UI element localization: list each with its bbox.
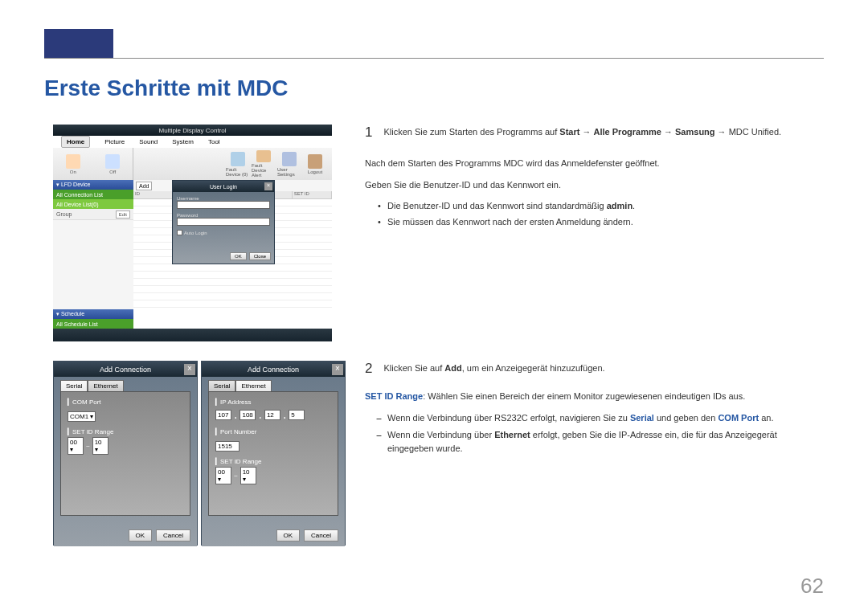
add-connection-ethernet-dialog: Add Connection× Serial Ethernet ▎IP Addr… xyxy=(201,361,346,546)
menu-system[interactable]: System xyxy=(172,138,194,145)
ip-octet-1[interactable]: 107 xyxy=(215,410,231,420)
add-connection-serial-dialog: Add Connection× Serial Ethernet ▎COM Por… xyxy=(53,361,198,546)
dlg1-serial-tab[interactable]: Serial xyxy=(60,380,88,391)
dlg1-ethernet-tab[interactable]: Ethernet xyxy=(88,380,123,391)
mdc-main-screenshot: Multiple Display Control Home Picture So… xyxy=(53,125,332,341)
ip-octet-3[interactable]: 12 xyxy=(264,410,280,420)
menu-picture[interactable]: Picture xyxy=(104,138,125,145)
mdc-toolbar: On Off Fault Device (0) Fault Device Ale… xyxy=(53,148,332,180)
mdc-sidebar: ▾ LFD Device All Connection List All Dev… xyxy=(53,180,133,329)
sidebar-all-devices[interactable]: All Device List(0) xyxy=(53,199,133,209)
step-1-text: 1 Klicken Sie zum Starten des Programms … xyxy=(365,125,823,231)
dlg1-range-from[interactable]: 00 ▾ xyxy=(68,437,84,455)
header-accent xyxy=(44,29,113,58)
user-settings-button[interactable]: User Settings xyxy=(277,150,301,178)
step-2-text: 2 Klicken Sie auf Add, um ein Anzeigeger… xyxy=(365,362,823,459)
sidebar-all-connections[interactable]: All Connection List xyxy=(53,190,133,199)
com-port-select[interactable]: COM1 ▾ xyxy=(68,411,96,422)
password-input[interactable] xyxy=(177,218,270,226)
power-off-button[interactable]: Off xyxy=(100,150,125,178)
username-input[interactable] xyxy=(177,201,270,209)
group-edit-button[interactable]: Edit xyxy=(116,210,130,219)
dlg2-range-to[interactable]: 10 ▾ xyxy=(240,467,256,484)
menu-tool[interactable]: Tool xyxy=(208,138,220,145)
dlg2-range-from[interactable]: 00 ▾ xyxy=(215,467,231,484)
mdc-main-area: Add IDTypeConnection TypePortSET ID User… xyxy=(133,180,332,329)
sidebar-lfd-header[interactable]: ▾ LFD Device xyxy=(53,180,133,190)
step-1-number: 1 xyxy=(365,125,372,139)
auto-login-label: Auto Login xyxy=(184,231,207,235)
menu-sound[interactable]: Sound xyxy=(139,138,158,145)
login-dialog: User Login× Username Password Auto Login… xyxy=(172,180,275,264)
logout-button[interactable]: Logout xyxy=(303,150,327,178)
ip-octet-2[interactable]: 108 xyxy=(240,410,256,420)
auto-login-checkbox[interactable] xyxy=(177,230,182,235)
fault-device-button[interactable]: Fault Device (0) xyxy=(226,150,250,178)
port-number-input[interactable]: 1515 xyxy=(215,441,240,452)
dlg1-close-icon[interactable]: × xyxy=(184,364,195,375)
add-tab-button[interactable]: Add xyxy=(136,182,152,190)
header-rule xyxy=(44,58,824,59)
step-2-number: 2 xyxy=(365,362,372,375)
sidebar-group-row[interactable]: GroupEdit xyxy=(53,209,133,220)
sidebar-schedule-header[interactable]: ▾ Schedule xyxy=(53,309,133,319)
login-close-button[interactable]: Close xyxy=(249,252,271,260)
dlg1-cancel-button[interactable]: Cancel xyxy=(156,529,190,541)
power-on-button[interactable]: On xyxy=(61,150,85,178)
login-close-icon[interactable]: × xyxy=(264,182,272,190)
dlg1-ok-button[interactable]: OK xyxy=(129,529,153,541)
dlg2-close-icon[interactable]: × xyxy=(332,364,343,375)
sidebar-all-schedules[interactable]: All Schedule List xyxy=(53,319,133,329)
ip-octet-4[interactable]: 5 xyxy=(289,410,305,420)
page-title: Erste Schritte mit MDC xyxy=(44,76,288,101)
mdc-titlebar: Multiple Display Control xyxy=(53,125,332,136)
dlg1-range-to[interactable]: 10 ▾ xyxy=(92,437,108,455)
menu-home[interactable]: Home xyxy=(61,136,90,148)
mdc-footer xyxy=(53,329,332,341)
login-ok-button[interactable]: OK xyxy=(230,252,247,260)
dlg2-serial-tab[interactable]: Serial xyxy=(208,380,235,391)
fault-alert-button[interactable]: Fault Device Alert xyxy=(252,150,276,178)
dlg2-ok-button[interactable]: OK xyxy=(276,529,301,541)
mdc-menu: Home Picture Sound System Tool xyxy=(53,136,332,148)
dlg2-ethernet-tab[interactable]: Ethernet xyxy=(235,380,271,391)
page-number: 62 xyxy=(800,574,824,599)
dlg2-cancel-button[interactable]: Cancel xyxy=(304,529,338,541)
